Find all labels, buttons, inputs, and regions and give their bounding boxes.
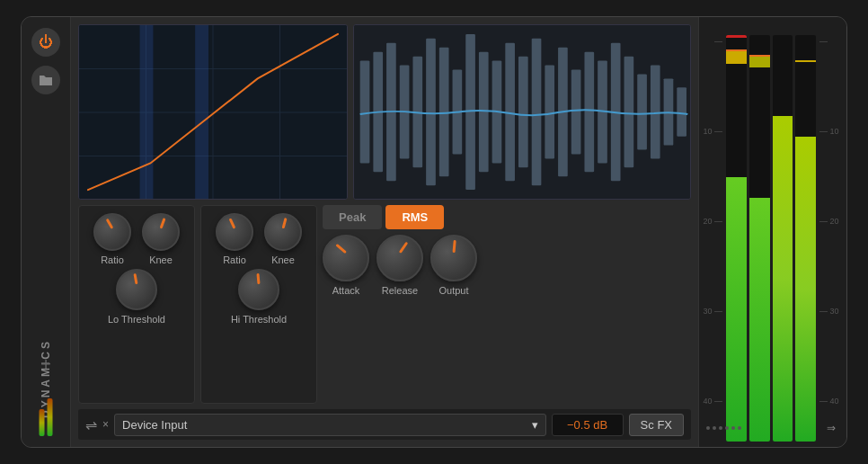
lo-ratio-label: Ratio — [101, 254, 124, 265]
folder-button[interactable] — [31, 66, 60, 94]
svg-rect-19 — [479, 52, 489, 173]
dot-6 — [738, 426, 741, 430]
db-display: −0.5 dB — [552, 414, 624, 436]
sc-fx-button[interactable]: Sc FX — [629, 414, 684, 436]
dot-1 — [706, 426, 710, 430]
mini-bar-2 — [48, 398, 53, 436]
lo-threshold-group: Lo Threshold — [108, 269, 165, 325]
waveform-svg — [354, 25, 690, 199]
clip-indicator-1 — [726, 35, 747, 38]
hi-knee-knob[interactable] — [264, 213, 302, 251]
yellow-zone-1 — [726, 51, 747, 64]
rscale-top: — — [819, 37, 828, 46]
bottom-bar: ⇌ × Device Input ▾ −0.5 dB Sc FX — [78, 409, 691, 440]
left-scale: — 10 — 20 — 30 — 40 — — [703, 22, 724, 406]
meter-bottom-controls: ⇒ — [703, 415, 843, 442]
add-left-button[interactable]: + — [40, 354, 51, 375]
peak-button[interactable]: Peak — [323, 205, 382, 229]
scale-40: 40 — — [703, 397, 722, 406]
hi-ratio-knob[interactable] — [216, 213, 253, 251]
rscale-30: — 30 — [819, 307, 839, 316]
meter-bar-4 — [795, 35, 816, 442]
release-knob[interactable] — [376, 235, 423, 281]
meter-full-area: — 10 — 20 — 30 — 40 — — [703, 22, 843, 442]
lo-ratio-knob[interactable] — [93, 213, 131, 251]
lo-top-knob-row: Ratio Knee — [93, 213, 180, 265]
release-group: Release — [376, 235, 423, 296]
mini-meter-left — [40, 391, 53, 436]
lo-knee-knob[interactable] — [142, 213, 180, 251]
svg-rect-8 — [195, 25, 208, 199]
rscale-10: — 10 — [819, 127, 839, 136]
svg-rect-30 — [624, 57, 634, 168]
rscale-40: — 40 — [819, 397, 839, 406]
device-icon: ⇌ — [85, 416, 97, 433]
right-scale: — — 10 — 20 — 30 — 40 — [818, 22, 843, 406]
dot-5 — [731, 426, 735, 430]
rms-button[interactable]: RMS — [385, 205, 444, 229]
device-input-select[interactable]: Device Input ▾ — [114, 414, 546, 436]
meter-panel: — 10 — 20 — 30 — 40 — — [698, 17, 846, 447]
hi-threshold-knob[interactable] — [238, 269, 279, 310]
lo-knee-label: Knee — [149, 254, 173, 265]
lo-ratio-group: Ratio — [93, 213, 131, 265]
meter-bar-3 — [773, 35, 793, 442]
svg-rect-16 — [439, 48, 449, 177]
main-content: Ratio Knee Lo Threshold Rat — [71, 17, 698, 447]
green-fill-3 — [773, 116, 793, 442]
top-displays — [78, 24, 691, 200]
svg-rect-22 — [518, 57, 528, 168]
attack-group: Attack — [323, 235, 369, 296]
peak-rms-row: Peak RMS — [323, 205, 691, 229]
transfer-graph — [78, 24, 348, 200]
lo-knee-group: Knee — [142, 213, 180, 265]
scale-10: 10 — — [703, 127, 722, 136]
hi-knee-label: Knee — [271, 254, 295, 265]
dot-3 — [719, 426, 722, 430]
svg-rect-27 — [584, 52, 594, 173]
hi-threshold-label: Hi Threshold — [231, 314, 287, 325]
remove-device-button[interactable]: × — [102, 418, 109, 431]
output-group: Output — [430, 235, 477, 296]
svg-rect-32 — [651, 66, 660, 159]
right-controls: Peak RMS Attack Release Output — [323, 205, 691, 404]
svg-rect-34 — [677, 87, 686, 136]
power-button[interactable]: ⏻ — [31, 28, 60, 57]
lo-threshold-knob[interactable] — [116, 269, 157, 310]
output-knob[interactable] — [430, 235, 477, 281]
route-button[interactable]: ⇒ — [823, 418, 839, 438]
svg-rect-15 — [426, 39, 436, 185]
green-fill-4 — [795, 137, 816, 442]
hi-top-knob-row: Ratio Knee — [216, 213, 302, 265]
scale-20: 20 — — [703, 217, 722, 226]
output-label: Output — [438, 285, 468, 296]
attack-label: Attack — [332, 285, 360, 296]
svg-rect-26 — [571, 69, 581, 154]
meter-bar-1 — [726, 35, 747, 442]
attack-knob[interactable] — [323, 235, 369, 281]
scale-top: — — [714, 37, 722, 46]
meter-dots-area — [706, 426, 741, 430]
scale-30: 30 — — [703, 307, 722, 316]
rscale-20: — 20 — [819, 217, 839, 226]
release-label: Release — [382, 285, 418, 296]
svg-rect-24 — [545, 66, 554, 159]
dot-4 — [725, 426, 729, 430]
svg-rect-10 — [360, 61, 370, 164]
hi-threshold-group: Hi Threshold — [231, 269, 287, 325]
dot-2 — [713, 426, 716, 430]
yellow-zone-2 — [749, 57, 770, 67]
meter-bars-area — [724, 22, 818, 442]
controls-area: Ratio Knee Lo Threshold Rat — [78, 205, 691, 404]
hi-knee-group: Knee — [264, 213, 302, 265]
transfer-graph-svg — [79, 25, 347, 199]
meter-bar-2 — [749, 35, 770, 442]
green-fill-1 — [726, 177, 747, 442]
hi-ratio-label: Ratio — [223, 254, 246, 265]
lo-compressor-section: Ratio Knee Lo Threshold — [78, 205, 195, 404]
svg-rect-31 — [637, 74, 647, 149]
svg-rect-7 — [140, 25, 154, 199]
left-sidebar: ⏻ DYNAMICS + — [22, 17, 71, 447]
peak-marker-4 — [795, 60, 816, 62]
lo-threshold-label: Lo Threshold — [108, 314, 165, 325]
